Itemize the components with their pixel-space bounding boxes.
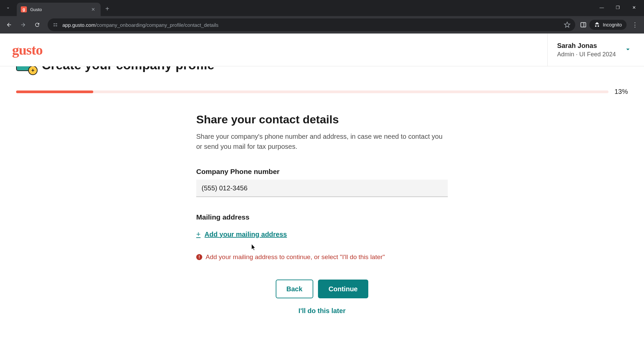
error-message-row: ! Add your mailing address to continue, … (196, 253, 448, 261)
url-text: app.gusto.com/company_onboarding/company… (62, 22, 560, 28)
browser-toolbar: app.gusto.com/company_onboarding/company… (0, 16, 644, 34)
add-mailing-address-text: Add your mailing address (205, 231, 287, 238)
tab-search-dropdown[interactable] (1, 2, 15, 14)
plus-badge-icon: + (28, 66, 38, 75)
back-nav-button[interactable] (3, 19, 15, 31)
incognito-badge[interactable]: Incognito (589, 20, 627, 30)
browser-tab[interactable]: g Gusto ✕ (17, 3, 101, 16)
do-later-link[interactable]: I'll do this later (196, 307, 448, 328)
progress-bar (16, 90, 608, 93)
mailing-address-label: Mailing address (196, 213, 448, 221)
app-header: gusto Sarah Jonas Admin · UI Feed 2024 (0, 34, 644, 66)
svg-rect-4 (581, 22, 586, 27)
site-settings-icon[interactable] (52, 22, 58, 28)
phone-label: Company Phone number (196, 168, 448, 176)
tab-title: Gusto (30, 7, 90, 12)
phone-input[interactable] (196, 180, 448, 197)
address-bar[interactable]: app.gusto.com/company_onboarding/company… (48, 18, 575, 31)
plus-icon: + (196, 230, 201, 239)
window-controls: — ❐ ✕ (594, 2, 644, 13)
reload-button[interactable] (32, 19, 43, 31)
add-mailing-address-link[interactable]: + Add your mailing address (196, 230, 287, 239)
user-name: Sarah Jonas (557, 42, 616, 50)
error-icon: ! (196, 254, 202, 260)
close-window-button[interactable]: ✕ (627, 2, 641, 13)
error-message-text: Add your mailing address to continue, or… (206, 253, 385, 261)
page-content[interactable]: + Create your company profile 13% Share … (0, 66, 644, 362)
gusto-logo[interactable]: gusto (12, 42, 43, 58)
forward-nav-button[interactable] (17, 19, 29, 31)
tab-favicon: g (21, 6, 27, 12)
tab-close-icon[interactable]: ✕ (90, 6, 97, 13)
page-title-icon: + (16, 66, 35, 73)
browser-menu-button[interactable]: ⋮ (629, 21, 641, 28)
bookmark-star-icon[interactable] (564, 21, 571, 28)
progress-fill (16, 90, 93, 93)
maximize-button[interactable]: ❐ (610, 2, 625, 13)
back-button[interactable]: Back (276, 280, 313, 298)
minimize-button[interactable]: — (594, 2, 609, 13)
user-menu[interactable]: Sarah Jonas Admin · UI Feed 2024 (547, 34, 632, 66)
continue-button[interactable]: Continue (318, 280, 369, 298)
incognito-label: Incognito (603, 22, 622, 27)
chevron-down-icon (624, 45, 632, 55)
browser-tab-strip: g Gusto ✕ + — ❐ ✕ (0, 0, 644, 16)
section-heading: Share your contact details (196, 113, 448, 126)
progress-percent: 13% (614, 88, 628, 96)
side-panel-icon[interactable] (580, 21, 587, 28)
page-title: Create your company profile (42, 66, 214, 72)
user-role: Admin · UI Feed 2024 (557, 51, 616, 58)
new-tab-button[interactable]: + (105, 5, 109, 13)
section-description: Share your company's phone number and ad… (196, 131, 448, 152)
